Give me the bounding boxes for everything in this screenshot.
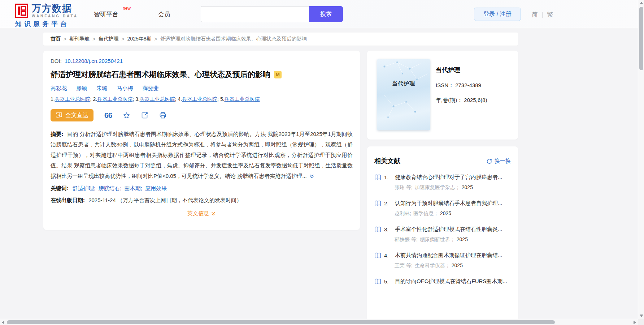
- horizontal-scrollbar[interactable]: [0, 319, 644, 325]
- online-date-note: （万方平台首次上网日期，不代表论文的发表时间）: [117, 197, 242, 203]
- affiliation-link[interactable]: 兵器工业总医院: [225, 96, 260, 102]
- share-icon: [141, 112, 148, 119]
- related-item-authors: 赵利林;: [395, 210, 411, 216]
- breadcrumb: 首页 > 期刊导航 > 当代护理 > 2025年8期 > 舒适护理对膀胱结石患者…: [43, 33, 518, 46]
- cover-decoration: [377, 59, 430, 130]
- horizontal-scroll-thumb[interactable]: [7, 320, 555, 324]
- star-icon: [123, 112, 130, 119]
- affiliation-link[interactable]: 兵器工业总医院: [55, 96, 90, 102]
- keyword-link[interactable]: 舒适护理: [72, 185, 94, 191]
- journal-cover[interactable]: 当代护理: [377, 59, 430, 130]
- authors-row: 高彩花 滕颖 朱璐 马小梅 薛斐斐: [51, 85, 353, 92]
- medline-badge: M: [274, 71, 282, 78]
- related-item-title[interactable]: 认知行为干预对胆囊结石手术患者自我护理...: [395, 200, 511, 207]
- related-item-number: 4.: [384, 252, 395, 258]
- print-button[interactable]: [159, 112, 166, 119]
- author-link[interactable]: 朱璐: [96, 85, 107, 91]
- cite-button[interactable]: 66: [104, 112, 112, 119]
- related-item-number: 2.: [384, 200, 395, 206]
- related-item-meta: 赵利林;医学信息；2025: [374, 210, 511, 217]
- lang-traditional[interactable]: 繁: [547, 10, 553, 19]
- journal-name[interactable]: 当代护理: [436, 66, 487, 74]
- keyword-separator: ;: [120, 185, 122, 191]
- favorite-button[interactable]: [123, 112, 130, 119]
- nav-member[interactable]: 会员: [158, 10, 170, 18]
- related-item-title[interactable]: 健康教育结合心理护理对于子宫内膜癌患者...: [395, 174, 511, 181]
- scroll-up-arrow[interactable]: [640, 2, 643, 4]
- search-input[interactable]: [201, 6, 309, 22]
- author-link[interactable]: 滕颖: [76, 85, 87, 91]
- book-icon: [374, 226, 381, 232]
- related-item-year: 2025: [440, 210, 451, 216]
- journal-info-card: 当代护理 当代护理 ISSN： 2732-4389 年,卷(期)： 2025,6…: [367, 51, 518, 140]
- breadcrumb-journal-nav[interactable]: 期刊导航: [69, 36, 90, 42]
- online-publish-row: 在线出版日期: 2025-11-24 （万方平台首次上网日期，不代表论文的发表时…: [51, 197, 353, 204]
- related-list: 1. 健康教育结合心理护理对于子宫内膜癌患者... 张玮 等;加速康复医学杂志；…: [374, 174, 511, 285]
- share-button[interactable]: [141, 112, 148, 119]
- affiliation-link[interactable]: 兵器工业总医院: [140, 96, 175, 102]
- abstract-expand-button[interactable]: [309, 172, 314, 182]
- author-link[interactable]: 薛斐斐: [143, 85, 159, 91]
- related-item-source: 生命科学仪器；: [415, 262, 450, 268]
- site-header: 万方数据 WANFANG DATA 知识服务平台 智研平台 new 会员 搜索 …: [0, 0, 644, 28]
- breadcrumb-separator: >: [121, 36, 124, 42]
- scroll-right-arrow[interactable]: [634, 321, 636, 324]
- related-item-year: 2025: [462, 184, 473, 190]
- vertical-scrollbar[interactable]: [638, 0, 644, 319]
- wanfang-logo[interactable]: 万方数据 WANFANG DATA 知识服务平台: [15, 4, 78, 28]
- breadcrumb-home[interactable]: 首页: [51, 36, 61, 42]
- affiliation-link[interactable]: 兵器工业总医院: [182, 96, 217, 102]
- vertical-scroll-thumb[interactable]: [639, 7, 643, 70]
- author-link[interactable]: 马小梅: [117, 85, 133, 91]
- affiliation-separator: ;: [132, 96, 135, 102]
- affiliation-number: 1.: [51, 96, 55, 102]
- book-icon: [374, 174, 381, 180]
- related-item-title[interactable]: 手术室个性化舒适护理模式在结石性胆囊炎...: [395, 226, 511, 233]
- breadcrumb-journal[interactable]: 当代护理: [98, 36, 118, 42]
- related-item: 2. 认知行为干预对胆囊结石手术患者自我护理... 赵利林;医学信息；2025: [374, 200, 511, 217]
- related-literature-card: 相关文献 换一换 1. 健康教育结合心理护理对于子宫内膜癌患者... 张玮 等;…: [367, 146, 518, 325]
- keyword-link[interactable]: 膀胱结石: [99, 185, 120, 191]
- abstract: 摘要: 目的 分析舒适护理对膀胱结石患者围术期临床效果、心理状态及预后的影响。方…: [51, 129, 353, 182]
- related-title: 相关文献: [374, 157, 400, 165]
- doi-link[interactable]: 10.12208/j.cn.20250421: [65, 58, 123, 64]
- printer-icon: [159, 112, 166, 119]
- login-register-button[interactable]: 登录 / 注册: [474, 8, 521, 21]
- related-item-authors: 王荣 等;: [395, 262, 413, 268]
- english-info-toggle[interactable]: 英文信息: [187, 210, 216, 217]
- breadcrumb-issue[interactable]: 2025年8期: [127, 36, 152, 42]
- issn-label: ISSN：: [436, 82, 454, 88]
- keywords-label: 关键词:: [51, 185, 69, 191]
- keyword-link[interactable]: 应用效果: [145, 185, 167, 191]
- fulltext-access-button[interactable]: free 全文直达: [51, 109, 93, 121]
- related-item-source: 医学信息；: [413, 210, 439, 216]
- new-badge: new: [123, 6, 131, 11]
- breadcrumb-separator: >: [155, 36, 157, 42]
- search-box: 搜索: [201, 6, 343, 22]
- related-item-year: 2025: [452, 262, 463, 268]
- affiliation-separator: ;: [217, 96, 220, 102]
- author-link[interactable]: 高彩花: [51, 85, 67, 91]
- breadcrumb-separator: >: [92, 36, 95, 42]
- nav-zhiyan-platform[interactable]: 智研平台 new: [94, 10, 118, 18]
- brand-name-en: WANFANG DATA: [32, 14, 78, 18]
- search-button[interactable]: 搜索: [309, 6, 343, 22]
- related-item-source: 糖尿病新世界；: [420, 236, 455, 242]
- refresh-related-button[interactable]: 换一换: [486, 158, 511, 164]
- related-item-title[interactable]: 目的导向OEC护理模式在肾结石FURS围术期...: [395, 278, 511, 285]
- free-download-icon: free: [56, 112, 63, 119]
- doi-row: DOI: 10.12208/j.cn.20250421: [51, 58, 353, 64]
- related-item-meta: 王荣 等;生命科学仪器；2025: [374, 262, 511, 269]
- lang-simplified[interactable]: 简: [532, 10, 538, 19]
- issn-value: 2732-4389: [455, 82, 481, 88]
- book-icon: [374, 278, 381, 285]
- scroll-down-arrow[interactable]: [640, 315, 643, 317]
- affiliation-link[interactable]: 兵器工业总医院: [97, 96, 132, 102]
- double-chevron-down-icon: [309, 174, 314, 179]
- scroll-left-arrow[interactable]: [2, 321, 4, 324]
- abstract-text: 目的 分析舒适护理对膀胱结石患者围术期临床效果、心理状态及预后的影响。方法 我院…: [51, 131, 353, 179]
- keyword-link[interactable]: 围术期: [125, 185, 141, 191]
- related-item-number: 1.: [384, 174, 395, 180]
- book-icon: [374, 200, 381, 206]
- related-item-title[interactable]: 术前共情沟通配合围术期循证护理在胆囊结...: [395, 252, 511, 259]
